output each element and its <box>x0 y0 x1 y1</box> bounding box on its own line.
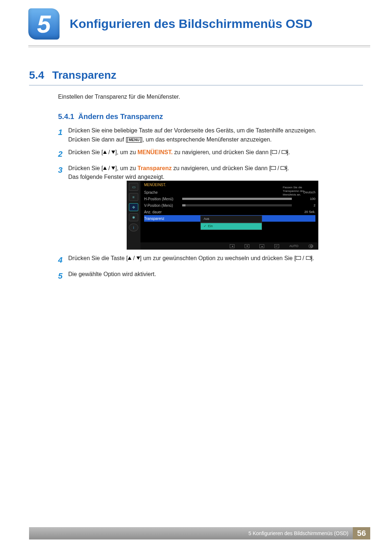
step-text: Drücken Sie dann auf [ <box>68 136 127 143</box>
enter-icon: ↵ <box>274 244 279 248</box>
down-arrow-icon: ▾ <box>245 244 249 248</box>
up-arrow-icon <box>103 151 107 154</box>
subsection-number: 5.4.1 <box>58 112 74 120</box>
osd-option-off: Aus <box>200 216 262 223</box>
section-title: Transparenz <box>52 69 117 81</box>
step-2: 2 Drücken Sie [ / ], um zu MENÜEINST. zu… <box>58 148 363 160</box>
down-arrow-icon <box>111 151 115 154</box>
divider <box>28 47 370 48</box>
highlight-text: Transparenz <box>138 165 172 171</box>
osd-label: V-Position (Menü) <box>144 204 182 208</box>
osd-option-on: Ein <box>200 223 262 230</box>
slider-fill <box>182 198 292 200</box>
monitor-icon: ▭ <box>129 183 138 191</box>
chapter-title: Konfigurieren des Bildschirmmenüs OSD <box>70 17 313 31</box>
page-header: 5 Konfigurieren des Bildschirmmenüs OSD <box>28 7 370 41</box>
step-text: ], um das entsprechende Menüfenster anzu… <box>141 136 271 143</box>
slider-track <box>182 198 292 200</box>
step-text: ] um zur gewünschten Option zu wechseln … <box>140 255 296 261</box>
subsection-title: Ändern des Transparenz <box>78 112 163 120</box>
step-text: Drücken Sie eine beliebige Taste auf der… <box>68 127 316 134</box>
move-icon: ✥ <box>129 203 138 211</box>
osd-row-vpos: V-Position (Menü) 2 <box>144 202 315 209</box>
step-text: Das folgende Fenster wird angezeigt. <box>68 174 164 180</box>
osd-label: Sprache <box>144 190 182 194</box>
footer-label: 5 Konfigurieren des Bildschirmmenüs (OSD… <box>249 530 348 536</box>
osd-footer: ◂ ▾ ▴ ↵ AUTO ⏻ <box>140 242 318 250</box>
osd-footer-auto: AUTO <box>289 244 298 248</box>
enter-icon <box>306 256 311 260</box>
enter-icon <box>281 166 286 170</box>
step-text: Drücken Sie [ <box>68 149 103 155</box>
osd-label: Transparenz <box>144 217 182 221</box>
highlight-text: MENÜEINST. <box>138 149 173 155</box>
down-arrow-icon <box>111 167 115 170</box>
page-footer: 5 Konfigurieren des Bildschirmmenüs (OSD… <box>29 527 370 539</box>
step-number: 4 <box>58 254 68 266</box>
osd-dropdown: Aus Ein <box>200 216 262 230</box>
source-icon <box>296 256 301 260</box>
section-number: 5.4 <box>29 69 44 81</box>
section-heading: 5.4 Transparenz <box>29 69 363 86</box>
divider <box>28 46 370 46</box>
up-arrow-icon: ▴ <box>260 244 264 248</box>
menu-key-icon: MENU <box>127 137 141 143</box>
osd-tooltip: Passen Sie die Transparenz des Menüfelds… <box>283 186 315 197</box>
section-intro: Einstellen der Transparenz für die Menüf… <box>58 94 180 100</box>
step-1: 1 Drücken Sie eine beliebige Taste auf d… <box>58 126 363 144</box>
gear-icon: ✱ <box>129 213 138 221</box>
slider-fill <box>182 204 185 206</box>
page-number: 56 <box>353 527 370 539</box>
step-text: zu navigieren, und drücken Sie dann [ <box>172 165 271 171</box>
step-text: Drücken Sie die Taste [ <box>68 255 128 261</box>
step-number: 3 <box>58 164 68 182</box>
osd-value: 2 <box>295 204 315 207</box>
list-icon: ≡ <box>129 193 138 201</box>
osd-label: H-Position (Menü) <box>144 197 182 201</box>
down-arrow-icon <box>136 257 140 260</box>
osd-value: 20 Sek. <box>295 210 315 214</box>
osd-sidebar: ▭ ≡ ✥ ✱ i <box>127 181 140 250</box>
source-icon <box>272 150 277 154</box>
osd-screenshot: ▭ ≡ ✥ ✱ i MENÜEINST. Sprache Deutsch H-P… <box>127 181 318 250</box>
power-icon: ⏻ <box>309 244 313 248</box>
osd-label: Anz. dauer <box>144 210 182 214</box>
step-4: 4 Drücken Sie die Taste [ / ] um zur gew… <box>58 254 363 266</box>
source-icon <box>271 166 276 170</box>
step-3: 3 Drücken Sie [ / ], um zu Transparenz z… <box>58 164 363 182</box>
info-icon: i <box>129 223 138 231</box>
step-list: 1 Drücken Sie eine beliebige Taste auf d… <box>58 126 363 185</box>
step-number: 5 <box>58 270 68 282</box>
divider <box>29 85 363 86</box>
up-arrow-icon <box>103 167 107 170</box>
osd-value: 100 <box>295 197 315 201</box>
subsection-heading: 5.4.1 Ändern des Transparenz <box>58 112 163 121</box>
up-arrow-icon <box>128 257 131 260</box>
step-list-cont: 4 Drücken Sie die Taste [ / ] um zur gew… <box>58 254 363 286</box>
left-arrow-icon: ◂ <box>230 244 234 248</box>
step-text: ], um zu <box>115 165 137 171</box>
slider-track <box>182 204 292 206</box>
step-number: 1 <box>58 126 68 144</box>
osd-body: MENÜEINST. Sprache Deutsch H-Position (M… <box>140 181 318 242</box>
step-text: Die gewählte Option wird aktiviert. <box>68 271 156 277</box>
step-5: 5 Die gewählte Option wird aktiviert. <box>58 270 363 282</box>
step-text: ], um zu <box>115 149 137 155</box>
step-number: 2 <box>58 148 68 160</box>
step-text: zu navigieren, und drücken Sie dann [ <box>173 149 272 155</box>
step-text: Drücken Sie [ <box>68 165 103 171</box>
chapter-badge: 5 <box>28 8 60 40</box>
osd-row-duration: Anz. dauer 20 Sek. <box>144 209 315 215</box>
enter-icon <box>282 150 287 154</box>
